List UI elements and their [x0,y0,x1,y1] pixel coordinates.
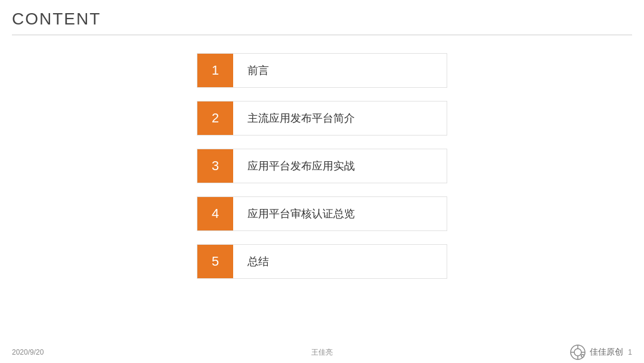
menu-number-1: 1 [197,54,233,87]
footer-author: 王佳亮 [311,347,333,358]
footer-brand: 佳佳原创 [590,347,623,358]
menu-item: 5总结 [197,244,447,279]
menu-number-2: 2 [197,101,233,135]
menu-number-3: 3 [197,149,233,183]
menu-item: 4应用平台审核认证总览 [197,196,447,231]
header: CONTENT [0,0,644,29]
page-title: CONTENT [12,10,632,29]
menu-item: 1前言 [197,53,447,88]
menu-label-3: 应用平台发布应用实战 [233,149,447,183]
footer-right: 佳佳原创 1 [569,344,632,361]
menu-label-4: 应用平台审核认证总览 [233,197,447,230]
menu-number-5: 5 [197,245,233,278]
footer-page: 1 [628,348,632,356]
menu-item: 2主流应用发布平台简介 [197,101,447,136]
content-area: 1前言2主流应用发布平台简介3应用平台发布应用实战4应用平台审核认证总览5总结 [0,35,644,279]
footer-logo: 佳佳原创 [569,344,623,361]
svg-point-1 [574,349,581,356]
menu-label-5: 总结 [233,245,447,278]
menu-number-4: 4 [197,197,233,230]
footer-date: 2020/9/20 [12,348,44,356]
menu-item: 3应用平台发布应用实战 [197,149,447,183]
svg-point-7 [582,355,584,357]
menu-label-1: 前言 [233,54,447,87]
logo-icon [569,344,586,361]
footer: 2020/9/20 王佳亮 佳佳原创 1 [0,342,644,363]
menu-label-2: 主流应用发布平台简介 [233,101,447,135]
